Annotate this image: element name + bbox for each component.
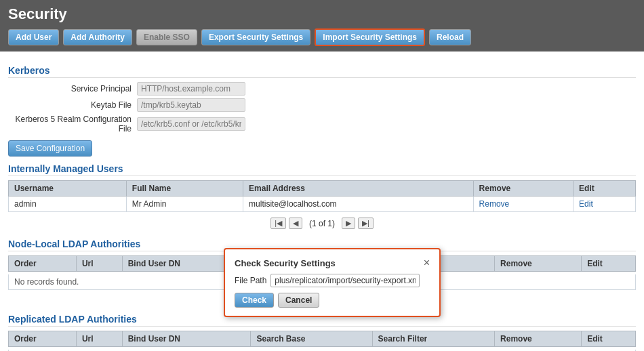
modal-filepath-row: File Path <box>235 274 430 287</box>
modal-title: Check Security Settings <box>235 258 336 268</box>
cell-edit: Edit <box>573 197 636 212</box>
modal-header: Check Security Settings × <box>235 257 430 268</box>
col-fullname: Full Name <box>126 181 243 197</box>
add-authority-button[interactable]: Add Authority <box>63 29 132 45</box>
service-principal-input[interactable] <box>137 82 245 96</box>
service-principal-label: Service Principal <box>8 84 137 94</box>
service-principal-row: Service Principal <box>8 82 636 96</box>
next-page-button[interactable]: ▶ <box>342 218 355 229</box>
col-search-filter: Search Filter <box>372 331 494 347</box>
col-edit: Edit <box>573 181 636 197</box>
col-remove: Remove <box>495 256 582 272</box>
modal-actions: Check Cancel <box>235 293 430 308</box>
modal-check-button[interactable]: Check <box>235 293 274 308</box>
last-page-button[interactable]: ▶| <box>358 218 374 229</box>
toolbar: Add User Add Authority Enable SSO Export… <box>8 28 636 46</box>
col-order: Order <box>9 256 77 272</box>
modal-filepath-label: File Path <box>235 276 266 285</box>
first-page-button[interactable]: |◀ <box>270 218 286 229</box>
replicated-ldap-table: Order Url Bind User DN Search Base Searc… <box>8 331 636 347</box>
page-info: (1 of 1) <box>309 219 335 228</box>
edit-link[interactable]: Edit <box>579 199 593 209</box>
save-configuration-button[interactable]: Save Configuration <box>8 140 92 157</box>
internally-managed-users-table: Username Full Name Email Address Remove … <box>8 180 636 212</box>
col-edit: Edit <box>582 256 636 272</box>
users-pagination: |◀ ◀ (1 of 1) ▶ ▶| <box>8 215 636 232</box>
remove-link[interactable]: Remove <box>479 199 510 209</box>
kerberos-section-title: Kerberos <box>8 65 636 78</box>
col-remove: Remove <box>495 331 582 347</box>
check-security-settings-modal: Check Security Settings × File Path Chec… <box>224 248 441 317</box>
modal-close-button[interactable]: × <box>424 257 430 268</box>
add-user-button[interactable]: Add User <box>8 29 59 45</box>
reload-button[interactable]: Reload <box>429 29 471 45</box>
realm-config-label: Kerberos 5 Realm Configuration File <box>8 115 137 133</box>
kerberos-form: Service Principal Keytab File Kerberos 5… <box>8 82 636 157</box>
col-order: Order <box>9 331 77 347</box>
col-url: Url <box>76 256 122 272</box>
col-username: Username <box>9 181 127 197</box>
import-security-settings-button[interactable]: Import Security Settings <box>315 28 425 46</box>
prev-page-button[interactable]: ◀ <box>289 218 302 229</box>
cell-fullname: Mr Admin <box>126 197 243 212</box>
realm-config-input[interactable] <box>137 117 245 131</box>
page-title: Security <box>8 5 636 23</box>
cell-email: multisite@localhost.com <box>243 197 474 212</box>
table-row: admin Mr Admin multisite@localhost.com R… <box>9 197 636 212</box>
keytab-file-row: Keytab File <box>8 98 636 112</box>
modal-cancel-button[interactable]: Cancel <box>278 293 319 308</box>
realm-config-row: Kerberos 5 Realm Configuration File <box>8 115 636 133</box>
export-security-settings-button[interactable]: Export Security Settings <box>201 29 310 45</box>
col-remove: Remove <box>473 181 573 197</box>
main-content: Kerberos Service Principal Keytab File K… <box>0 51 644 351</box>
col-url: Url <box>76 331 122 347</box>
header: Security Add User Add Authority Enable S… <box>0 0 644 51</box>
cell-remove: Remove <box>473 197 573 212</box>
col-bind-user-dn: Bind User DN <box>122 331 251 347</box>
col-email: Email Address <box>243 181 474 197</box>
enable-sso-button[interactable]: Enable SSO <box>136 29 197 45</box>
modal-filepath-input[interactable] <box>270 274 420 287</box>
col-search-base: Search Base <box>251 331 372 347</box>
cell-username: admin <box>9 197 127 212</box>
keytab-file-label: Keytab File <box>8 100 137 110</box>
col-edit: Edit <box>582 331 636 347</box>
internally-managed-users-title: Internally Managed Users <box>8 163 636 176</box>
keytab-file-input[interactable] <box>137 98 245 112</box>
